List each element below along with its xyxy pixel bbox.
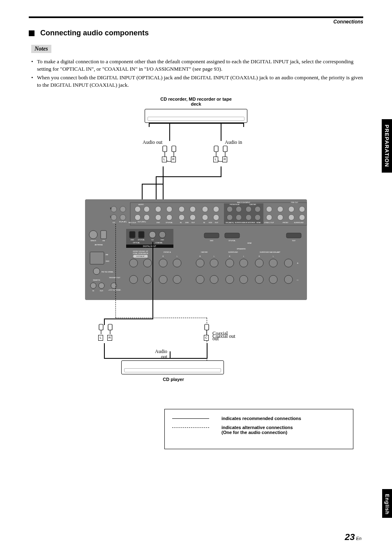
svg-point-46 (288, 206, 294, 212)
svg-point-123 (129, 275, 138, 284)
svg-text:OPTICAL: OPTICAL (133, 242, 140, 244)
svg-point-13 (111, 215, 117, 220)
svg-point-131 (255, 275, 263, 284)
svg-text:OUT: OUT (292, 240, 296, 242)
c-label: C (204, 335, 209, 341)
svg-point-119 (240, 259, 248, 267)
r-label: R (222, 157, 227, 162)
svg-text:TRIGGER OUT: TRIGGER OUT (109, 277, 120, 279)
svg-point-29 (202, 206, 208, 212)
svg-text:DVD: DVD (157, 222, 160, 224)
svg-point-38 (246, 206, 251, 212)
svg-point-17 (135, 206, 141, 212)
side-tab-preparation: PREPARATION (382, 119, 392, 173)
svg-point-127 (196, 275, 204, 284)
svg-point-23 (155, 215, 161, 220)
svg-text:DTV/CBL: DTV/CBL (166, 222, 173, 224)
legend-alt: indicates alternative connections (One f… (221, 425, 293, 435)
legend-rec: indicates recommended connections (221, 416, 301, 421)
cd-player-label: CD player (149, 377, 198, 382)
svg-rect-86 (204, 233, 219, 238)
svg-point-132 (269, 275, 277, 284)
svg-point-30 (213, 206, 219, 212)
svg-text:SURROUND: SURROUND (294, 222, 303, 224)
svg-point-120 (255, 259, 263, 267)
svg-rect-6 (223, 146, 227, 152)
svg-point-129 (226, 275, 234, 284)
svg-text:COAXIAL: COAXIAL (155, 242, 163, 244)
svg-point-117 (210, 259, 218, 267)
notes-heading: Notes (31, 45, 51, 53)
svg-point-34 (227, 206, 233, 212)
svg-point-31 (202, 215, 208, 220)
svg-text:CENTER: CENTER (249, 203, 256, 205)
note-item: To make a digital connection to a compon… (31, 58, 363, 72)
svg-text:SB (BACK): SB (BACK) (226, 222, 234, 224)
page-number: 23 En (345, 532, 362, 542)
svg-text:SURROUND BACK/BI-AMP: SURROUND BACK/BI-AMP (260, 251, 280, 253)
svg-point-93 (89, 231, 97, 239)
top-device-box (145, 109, 247, 123)
svg-text:DVD: DVD (161, 239, 164, 241)
svg-rect-156 (108, 324, 112, 330)
svg-rect-94 (101, 231, 106, 239)
svg-text:OUT (REC): OUT (REC) (138, 221, 146, 223)
svg-text:+12V 15mA MAX.: +12V 15mA MAX. (108, 289, 121, 291)
top-rule (29, 16, 363, 18)
svg-text:XM: XM (102, 240, 105, 242)
svg-point-118 (226, 259, 234, 267)
l-label: L (213, 157, 218, 162)
svg-point-35 (236, 206, 242, 212)
svg-point-27 (179, 215, 184, 220)
svg-text:DIGITAL INPUT: DIGITAL INPUT (143, 245, 156, 247)
svg-text:R: R (229, 255, 231, 257)
breadcrumb: Connections (333, 19, 363, 25)
svg-point-128 (210, 275, 218, 284)
svg-point-122 (284, 259, 293, 267)
svg-point-14 (120, 215, 126, 220)
svg-point-149 (99, 283, 104, 289)
svg-point-130 (240, 275, 248, 284)
svg-rect-75 (138, 231, 144, 238)
receiver-rear-panel: AUDIO R L (85, 199, 307, 300)
svg-text:SUB WOOFER: SUB WOOFER (244, 222, 255, 224)
svg-text:FM 75Ω UNBAL.: FM 75Ω UNBAL. (101, 271, 114, 273)
svg-text:FRONT: FRONT (283, 222, 288, 224)
svg-text:AM: AM (106, 254, 108, 256)
svg-text:SIRIUS: SIRIUS (90, 240, 96, 242)
svg-point-115 (173, 259, 181, 267)
svg-point-42 (266, 206, 272, 212)
svg-point-49 (299, 215, 305, 220)
svg-text:L: L (110, 215, 111, 218)
svg-text:CD: CD (113, 222, 115, 224)
svg-point-112 (129, 259, 138, 267)
svg-point-45 (277, 215, 283, 220)
notes-list: To make a digital connection to a compon… (29, 58, 363, 88)
svg-point-22 (166, 206, 172, 212)
svg-text:IN (PLAY): IN (PLAY) (119, 221, 127, 223)
svg-text:OUT: OUT (191, 222, 195, 224)
svg-text:FRONT/SUR: FRONT/SUR (230, 203, 239, 205)
svg-point-99 (93, 268, 100, 275)
svg-point-28 (190, 215, 196, 220)
svg-text:IN: IN (180, 222, 182, 224)
r-label: R (107, 335, 112, 341)
svg-text:SPEAKERS: SPEAKERS (237, 248, 246, 250)
svg-point-18 (144, 206, 150, 212)
svg-point-41 (255, 215, 261, 220)
svg-text:DVR: DVR (185, 222, 189, 224)
svg-text:HDMI: HDMI (256, 222, 261, 224)
svg-text:GND: GND (106, 260, 109, 262)
svg-point-76 (149, 231, 156, 238)
svg-point-43 (277, 206, 283, 212)
svg-text:DTV/CBL: DTV/CBL (138, 239, 145, 241)
svg-point-32 (213, 215, 219, 220)
svg-point-24 (166, 215, 172, 220)
section-title-row: Connecting audio components (29, 29, 363, 37)
svg-text:SURROUND: SURROUND (228, 251, 238, 253)
svg-rect-8 (85, 199, 307, 300)
svg-text:HDMI: HDMI (247, 242, 251, 244)
cd-player-box (121, 360, 224, 374)
svg-point-48 (288, 215, 294, 220)
svg-text:CD: CD (151, 239, 154, 241)
